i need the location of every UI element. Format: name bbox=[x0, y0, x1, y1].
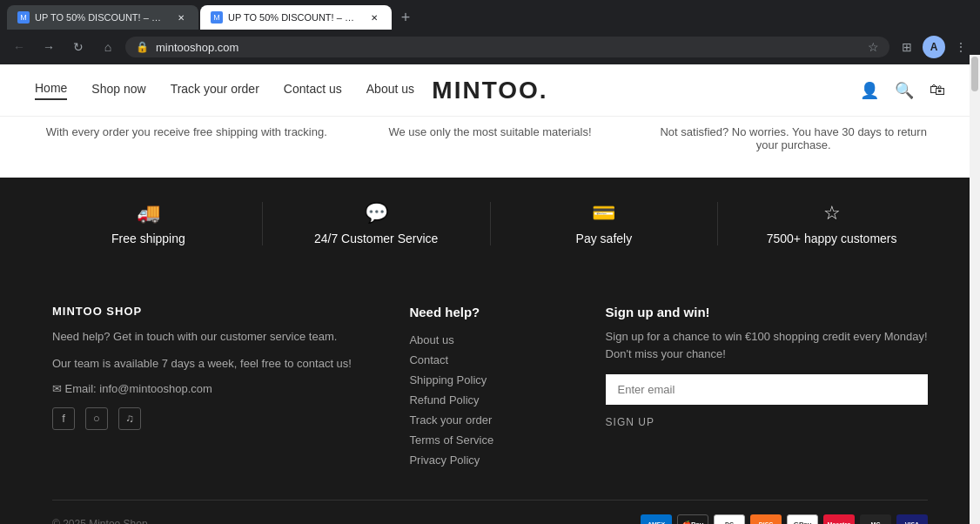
tab-1-close[interactable]: ✕ bbox=[174, 10, 188, 24]
scroll-thumb[interactable] bbox=[971, 57, 978, 91]
footer-col-right: Sign up and win! Sign up for a chance to… bbox=[606, 305, 928, 474]
features-strip: With every order you receive free shippi… bbox=[0, 117, 980, 178]
payment-apple: 🍎Pay bbox=[677, 514, 708, 524]
website-content: Home Shop now Track your order Contact u… bbox=[0, 64, 980, 524]
bookmark-icon[interactable]: ☆ bbox=[868, 40, 879, 54]
address-bar[interactable]: 🔒 mintooshop.com ☆ bbox=[125, 37, 889, 57]
tiktok-icon[interactable]: ♫ bbox=[118, 407, 141, 430]
banner-shipping-label: Free shipping bbox=[111, 232, 185, 245]
address-bar-row: ← → ↻ ⌂ 🔒 mintooshop.com ☆ ⊞ A ⋮ bbox=[0, 30, 980, 64]
social-icons: f ○ ♫ bbox=[52, 407, 374, 430]
payment-maestro: Maestro bbox=[823, 514, 855, 524]
tab-1[interactable]: M UP TO 50% DISCOUNT! – Mint... ✕ bbox=[7, 5, 198, 30]
footer-link-contact[interactable]: Contact bbox=[409, 353, 570, 366]
site-logo: MINTOO. bbox=[432, 77, 547, 104]
account-icon[interactable]: 👤 bbox=[860, 81, 879, 100]
banner-customers-label: 7500+ happy customers bbox=[767, 232, 897, 245]
nav-track-order[interactable]: Track your order bbox=[171, 82, 259, 99]
nav-shop-now[interactable]: Shop now bbox=[91, 82, 145, 99]
feature-shipping-text: With every order you receive free shippi… bbox=[35, 117, 339, 160]
features-row: With every order you receive free shippi… bbox=[35, 117, 945, 160]
home-button[interactable]: ⌂ bbox=[96, 35, 120, 59]
profile-button[interactable]: A bbox=[923, 36, 945, 58]
need-help-title: Need help? bbox=[409, 305, 570, 319]
lock-icon: 🔒 bbox=[136, 41, 149, 53]
payment-discover: DISC bbox=[750, 514, 782, 524]
signup-button[interactable]: SIGN UP bbox=[606, 416, 654, 428]
tab-2-close[interactable]: ✕ bbox=[367, 10, 381, 24]
back-button[interactable]: ← bbox=[7, 35, 31, 59]
tab-1-favicon: M bbox=[17, 11, 30, 24]
banner-service-label: 24/7 Customer Service bbox=[314, 232, 438, 245]
new-tab-button[interactable]: + bbox=[393, 5, 418, 30]
customer-service-icon: 💬 bbox=[365, 202, 388, 225]
footer: MINTOO SHOP Need help? Get in touch with… bbox=[0, 270, 980, 524]
tab-1-title: UP TO 50% DISCOUNT! – Mint... bbox=[35, 12, 169, 23]
tab-2-title: UP TO 50% DISCOUNT! – Mint... bbox=[228, 12, 362, 23]
signup-desc: Sign up for a chance to win €100 shoppin… bbox=[606, 328, 928, 362]
footer-shop-name: MINTOO SHOP bbox=[52, 305, 374, 318]
nav-home[interactable]: Home bbox=[35, 81, 67, 100]
pay-safely-icon: 💳 bbox=[592, 202, 615, 225]
footer-link-track[interactable]: Track your order bbox=[409, 413, 570, 427]
shipping-icon: 🚚 bbox=[137, 202, 160, 225]
tab-bar: M UP TO 50% DISCOUNT! – Mint... ✕ M UP T… bbox=[0, 0, 980, 30]
cart-icon[interactable]: 🛍 bbox=[930, 81, 945, 99]
nav-icons: 👤 🔍 🛍 bbox=[860, 81, 945, 100]
happy-customers-icon: ☆ bbox=[823, 202, 841, 225]
banner-happy-customers: ☆ 7500+ happy customers bbox=[718, 202, 945, 245]
footer-link-privacy[interactable]: Privacy Policy bbox=[409, 453, 570, 467]
payment-mastercard: MC bbox=[860, 514, 891, 524]
banner-customer-service: 💬 24/7 Customer Service bbox=[263, 202, 491, 245]
footer-col-left: MINTOO SHOP Need help? Get in touch with… bbox=[52, 305, 374, 474]
nav-links: Home Shop now Track your order Contact u… bbox=[35, 81, 414, 100]
nav-about-us[interactable]: About us bbox=[366, 82, 414, 99]
forward-button[interactable]: → bbox=[37, 35, 61, 59]
search-icon[interactable]: 🔍 bbox=[895, 81, 914, 100]
tab-2[interactable]: M UP TO 50% DISCOUNT! – Mint... ✕ bbox=[200, 5, 392, 30]
footer-desc1: Need help? Get in touch with our custome… bbox=[52, 328, 374, 346]
reload-button[interactable]: ↻ bbox=[66, 35, 91, 59]
footer-bottom: © 2025 Mintoo Shop. AMEX 🍎Pay DC DISC GP… bbox=[52, 500, 928, 524]
feature-returns-text: Not satisfied? No worries. You have 30 d… bbox=[641, 117, 945, 160]
scrollbar[interactable] bbox=[970, 55, 980, 524]
footer-link-about[interactable]: About us bbox=[409, 333, 570, 346]
nav-contact-us[interactable]: Contact us bbox=[284, 82, 342, 99]
instagram-icon[interactable]: ○ bbox=[85, 407, 108, 430]
extensions-button[interactable]: ⊞ bbox=[895, 35, 919, 59]
feature-materials-text: We use only the most suitable materials! bbox=[339, 117, 642, 160]
footer-desc2: Our team is available 7 days a week, fee… bbox=[52, 355, 374, 373]
features-banner: 🚚 Free shipping 💬 24/7 Customer Service … bbox=[0, 178, 980, 270]
footer-col-mid: Need help? About us Contact Shipping Pol… bbox=[409, 305, 570, 474]
payment-diners: DC bbox=[714, 514, 745, 524]
footer-email: ✉ Email: info@mintooshop.com bbox=[52, 382, 374, 395]
banner-pay-safely: 💳 Pay safely bbox=[491, 202, 719, 245]
email-input[interactable] bbox=[606, 374, 928, 405]
payment-gpay: GPay bbox=[787, 514, 818, 524]
payment-icons: AMEX 🍎Pay DC DISC GPay Maestro MC VISA bbox=[641, 514, 928, 524]
footer-link-terms[interactable]: Terms of Service bbox=[409, 433, 570, 447]
footer-top: MINTOO SHOP Need help? Get in touch with… bbox=[52, 305, 928, 474]
browser-chrome: M UP TO 50% DISCOUNT! – Mint... ✕ M UP T… bbox=[0, 0, 980, 64]
payment-visa: VISA bbox=[896, 514, 928, 524]
payment-amex: AMEX bbox=[641, 514, 672, 524]
tab-2-favicon: M bbox=[211, 11, 223, 24]
browser-actions: ⊞ A ⋮ bbox=[895, 35, 973, 59]
facebook-icon[interactable]: f bbox=[52, 407, 75, 430]
signup-title: Sign up and win! bbox=[606, 305, 928, 319]
url-display: mintooshop.com bbox=[156, 41, 861, 54]
copyright-text: © 2025 Mintoo Shop. bbox=[52, 518, 151, 524]
footer-link-shipping[interactable]: Shipping Policy bbox=[409, 373, 570, 386]
top-nav: Home Shop now Track your order Contact u… bbox=[0, 64, 980, 117]
footer-link-refund[interactable]: Refund Policy bbox=[409, 393, 570, 406]
banner-pay-label: Pay safely bbox=[576, 232, 633, 245]
banner-free-shipping: 🚚 Free shipping bbox=[35, 202, 263, 245]
